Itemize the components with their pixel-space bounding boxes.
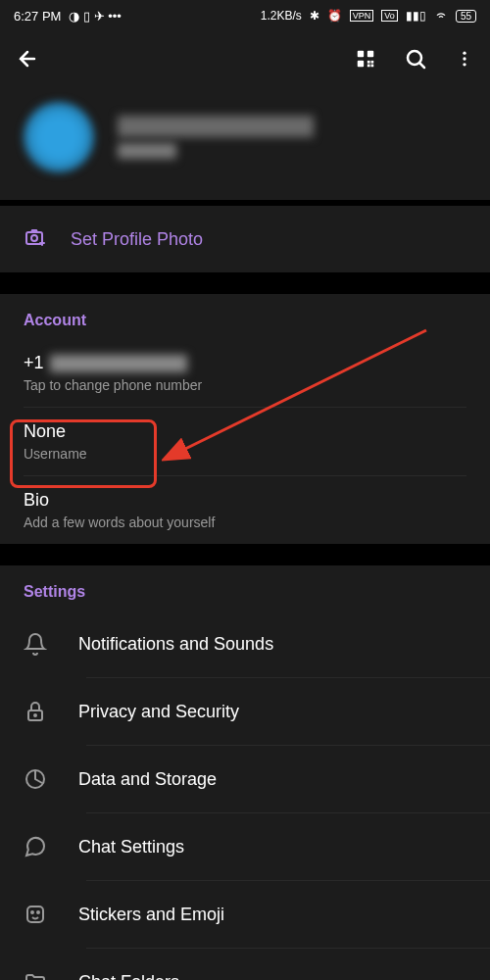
settings-privacy[interactable]: Privacy and Security: [0, 678, 490, 745]
camera-icon: [24, 225, 47, 253]
svg-point-17: [31, 911, 33, 913]
svg-point-12: [31, 235, 37, 241]
lock-icon: [24, 700, 47, 723]
sticker-icon: [24, 903, 47, 926]
svg-point-9: [463, 57, 466, 60]
settings-section: Settings Notifications and Sounds Privac…: [0, 565, 490, 980]
bio-value: Bio: [24, 490, 466, 511]
settings-label: Chat Settings: [78, 837, 184, 858]
svg-point-10: [463, 63, 466, 66]
set-photo-label: Set Profile Photo: [71, 229, 203, 250]
settings-data[interactable]: Data and Storage: [0, 746, 490, 812]
settings-label: Notifications and Sounds: [78, 634, 273, 655]
vpn-badge: VPN: [350, 10, 374, 22]
settings-folders[interactable]: Chat Folders: [0, 949, 490, 980]
phone-prefix: +1: [24, 353, 44, 373]
phone-row[interactable]: +1 Tap to change phone number: [0, 339, 490, 407]
svg-rect-0: [358, 51, 364, 57]
qr-icon[interactable]: [355, 48, 376, 70]
settings-label: Stickers and Emoji: [78, 905, 224, 925]
status-app-icons: ◑ ▯ ✈ •••: [69, 9, 122, 24]
netspeed: 1.2KB/s: [261, 9, 302, 23]
wifi-icon: [434, 8, 448, 24]
redacted-name: [118, 116, 314, 137]
settings-label: Privacy and Security: [78, 702, 239, 722]
status-bar: 6:27 PM ◑ ▯ ✈ ••• 1.2KB/s ✱ ⏰ VPN Vo ▮▮▯…: [0, 0, 490, 31]
svg-rect-16: [27, 906, 43, 922]
profile-name: [118, 116, 314, 159]
account-header: Account: [0, 312, 490, 339]
username-label: Username: [24, 446, 466, 462]
volte-icon: Vo: [381, 10, 398, 22]
settings-label: Data and Storage: [78, 769, 217, 790]
topbar: [0, 31, 490, 86]
settings-header: Settings: [0, 583, 490, 611]
chat-icon: [24, 835, 47, 858]
profile-header[interactable]: [0, 86, 490, 200]
back-button[interactable]: [16, 47, 39, 71]
battery-icon: 55: [456, 10, 476, 23]
bluetooth-icon: ✱: [310, 9, 319, 23]
settings-notifications[interactable]: Notifications and Sounds: [0, 611, 490, 677]
settings-chat[interactable]: Chat Settings: [0, 813, 490, 880]
bell-icon: [24, 632, 47, 656]
svg-rect-4: [371, 65, 374, 68]
phone-hint: Tap to change phone number: [24, 377, 466, 393]
svg-point-14: [34, 714, 36, 716]
redacted-phone: [50, 355, 187, 372]
alarm-icon: ⏰: [327, 9, 342, 23]
settings-stickers[interactable]: Stickers and Emoji: [0, 881, 490, 948]
account-section: Account +1 Tap to change phone number No…: [0, 294, 490, 544]
signal-icon: ▮▮▯: [406, 9, 426, 23]
svg-rect-5: [371, 61, 374, 64]
folder-icon: [24, 970, 47, 980]
bio-hint: Add a few words about yourself: [24, 514, 466, 530]
username-value: None: [24, 421, 466, 442]
avatar[interactable]: [24, 102, 94, 172]
set-profile-photo[interactable]: Set Profile Photo: [0, 206, 490, 272]
svg-rect-1: [368, 51, 373, 57]
svg-rect-6: [368, 65, 370, 68]
svg-point-8: [463, 52, 466, 55]
bio-row[interactable]: Bio Add a few words about yourself: [0, 476, 490, 544]
pie-icon: [24, 767, 47, 791]
search-icon[interactable]: [404, 47, 427, 71]
redacted-status: [118, 143, 176, 159]
username-row[interactable]: None Username: [0, 408, 490, 475]
svg-rect-2: [358, 61, 364, 67]
settings-label: Chat Folders: [78, 972, 179, 981]
svg-point-18: [37, 911, 39, 913]
svg-rect-3: [368, 61, 370, 64]
status-time: 6:27 PM: [14, 9, 61, 24]
more-icon[interactable]: [455, 49, 474, 69]
